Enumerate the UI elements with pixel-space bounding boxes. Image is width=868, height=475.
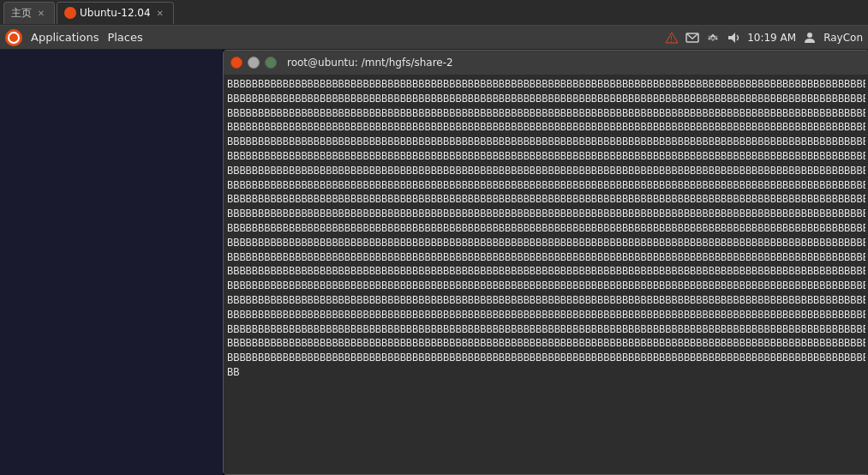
window-minimize-button[interactable] — [248, 57, 260, 69]
terminal-line: BBBBBBBBBBBBBBBBBBBBBBBBBBBBBBBBBBBBBBBB… — [227, 265, 865, 280]
tab-home-close[interactable]: ✕ — [35, 7, 47, 19]
desktop-background-left — [0, 50, 223, 475]
terminal-title: root@ubuntu: /mnt/hgfs/share-2 — [287, 57, 453, 69]
taskbar-user: RayCon — [823, 32, 863, 44]
window-close-button[interactable] — [230, 57, 242, 69]
browser-chrome: 主页 ✕ Ubuntu-12.04 ✕ — [0, 0, 868, 26]
terminal-line: BBBBBBBBBBBBBBBBBBBBBBBBBBBBBBBBBBBBBBBB… — [227, 93, 865, 107]
tab-bar: 主页 ✕ Ubuntu-12.04 ✕ — [0, 0, 174, 25]
email-icon[interactable] — [685, 31, 699, 45]
terminal-line: BBBBBBBBBBBBBBBBBBBBBBBBBBBBBBBBBBBBBBBB… — [227, 179, 865, 194]
tab-ubuntu-label: Ubuntu-12.04 — [80, 7, 151, 19]
terminal-line: BBBBBBBBBBBBBBBBBBBBBBBBBBBBBBBBBBBBBBBB… — [227, 135, 865, 150]
network-arrows-icon[interactable] — [706, 31, 720, 45]
terminal-line: BBBBBBBBBBBBBBBBBBBBBBBBBBBBBBBBBBBBBBBB… — [227, 294, 865, 309]
tab-home[interactable]: 主页 ✕ — [3, 2, 55, 24]
terminal-line: BBBBBBBBBBBBBBBBBBBBBBBBBBBBBBBBBBBBBBBB… — [227, 352, 865, 366]
svg-point-4 — [807, 33, 812, 38]
user-icon[interactable] — [803, 31, 817, 45]
terminal-window: root@ubuntu: /mnt/hgfs/share-2 BBBBBBBBB… — [223, 50, 868, 475]
volume-icon[interactable] — [727, 31, 740, 45]
tab-ubuntu[interactable]: Ubuntu-12.04 ✕ — [57, 2, 174, 24]
terminal-body[interactable]: BBBBBBBBBBBBBBBBBBBBBBBBBBBBBBBBBBBBBBBB… — [224, 75, 868, 474]
network-alert-icon[interactable]: ! — [665, 31, 679, 45]
tab-home-label: 主页 — [11, 6, 32, 21]
terminal-line: BBBBBBBBBBBBBBBBBBBBBBBBBBBBBBBBBBBBBBBB… — [227, 309, 865, 323]
window-maximize-button[interactable] — [265, 57, 277, 69]
terminal-line: BBBBBBBBBBBBBBBBBBBBBBBBBBBBBBBBBBBBBBBB… — [227, 165, 865, 179]
taskbar-applications[interactable]: Applications — [31, 31, 99, 44]
terminal-line: BBBBBBBBBBBBBBBBBBBBBBBBBBBBBBBBBBBBBBBB… — [227, 222, 865, 237]
terminal-line: BBBBBBBBBBBBBBBBBBBBBBBBBBBBBBBBBBBBBBBB… — [227, 78, 865, 93]
taskbar-left: Applications Places — [5, 29, 143, 46]
terminal-line: BBBBBBBBBBBBBBBBBBBBBBBBBBBBBBBBBBBBBBBB… — [227, 280, 865, 294]
taskbar-time: 10:19 AM — [747, 32, 796, 44]
terminal-titlebar: root@ubuntu: /mnt/hgfs/share-2 — [224, 51, 868, 75]
terminal-line: BBBBBBBBBBBBBBBBBBBBBBBBBBBBBBBBBBBBBBBB… — [227, 193, 865, 207]
ubuntu-taskbar: Applications Places ! — [0, 26, 868, 50]
terminal-line: BBBBBBBBBBBBBBBBBBBBBBBBBBBBBBBBBBBBBBBB… — [227, 107, 865, 122]
svg-text:!: ! — [670, 36, 673, 44]
terminal-line: BBBBBBBBBBBBBBBBBBBBBBBBBBBBBBBBBBBBBBBB… — [227, 207, 865, 222]
terminal-line: BBBBBBBBBBBBBBBBBBBBBBBBBBBBBBBBBBBBBBBB… — [227, 121, 865, 135]
ubuntu-logo-button[interactable] — [5, 29, 22, 46]
terminal-line: BBBBBBBBBBBBBBBBBBBBBBBBBBBBBBBBBBBBBBBB… — [227, 237, 865, 251]
taskbar-right: ! 10:19 AM — [665, 31, 863, 45]
taskbar-places[interactable]: Places — [107, 31, 142, 44]
svg-marker-3 — [728, 33, 735, 43]
tab-ubuntu-close[interactable]: ✕ — [154, 7, 166, 19]
terminal-line: BBBBBBBBBBBBBBBBBBBBBBBBBBBBBBBBBBBBBBBB… — [227, 323, 865, 338]
terminal-line: BBBBBBBBBBBBBBBBBBBBBBBBBBBBBBBBBBBBBBBB… — [227, 337, 865, 352]
terminal-cursor-line: BB — [227, 366, 865, 381]
tab-ubuntu-favicon — [64, 7, 76, 19]
terminal-line: BBBBBBBBBBBBBBBBBBBBBBBBBBBBBBBBBBBBBBBB… — [227, 150, 865, 165]
terminal-line: BBBBBBBBBBBBBBBBBBBBBBBBBBBBBBBBBBBBBBBB… — [227, 251, 865, 266]
